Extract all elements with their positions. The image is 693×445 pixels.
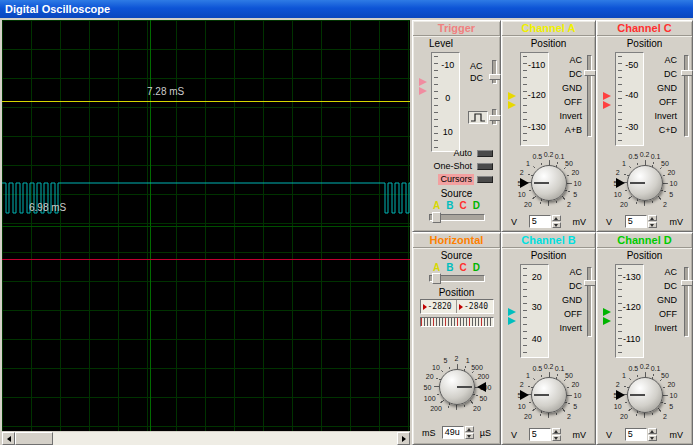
- knob-scale-label: 10: [670, 180, 678, 187]
- trigger-coupling-dc[interactable]: DC: [470, 72, 483, 84]
- channel-c-option-gnd[interactable]: GND: [643, 81, 677, 95]
- edge-slider-thumb[interactable]: [489, 115, 501, 121]
- spin-up-button[interactable]: [648, 428, 657, 434]
- cursors-button[interactable]: [477, 176, 493, 183]
- channel-a-coupling-thumb[interactable]: [584, 70, 596, 76]
- channel-a-value[interactable]: 5: [529, 215, 551, 228]
- channel-a-option-dc[interactable]: DC: [548, 67, 582, 81]
- channel-a-option-ac[interactable]: AC: [548, 53, 582, 67]
- channel-b-value[interactable]: 5: [529, 428, 551, 441]
- pulse-edge-icon: [470, 113, 486, 122]
- channel-b-gain-knob[interactable]: [531, 377, 567, 413]
- spin-down-button[interactable]: [552, 222, 561, 228]
- scrollbar-thumb[interactable]: [15, 432, 53, 445]
- channel-b-coupling-thumb[interactable]: [584, 280, 596, 286]
- one-shot-label: One-Shot: [431, 161, 474, 172]
- channel-b-coupling-slider[interactable]: [587, 267, 592, 337]
- horizontal-value-row: mS 49u µS: [413, 426, 500, 439]
- spin-down-button[interactable]: [648, 222, 657, 228]
- channel-c-position-slider[interactable]: -50 -40 -30: [602, 52, 646, 146]
- channel-c-option-off[interactable]: OFF: [643, 95, 677, 109]
- channel-b-position-slider[interactable]: 20 30 40: [507, 264, 551, 358]
- channel-d-position-handle[interactable]: [603, 308, 611, 325]
- channel-b-value-input[interactable]: 5: [529, 428, 561, 441]
- trigger-level-handle[interactable]: [419, 78, 427, 95]
- channel-b-option-gnd[interactable]: GND: [548, 293, 582, 307]
- channel-c-option-ac[interactable]: AC: [643, 53, 677, 67]
- source-a-label: A: [433, 200, 440, 211]
- spin-up-button[interactable]: [552, 215, 561, 221]
- knob-scale-label: 1: [466, 357, 470, 364]
- channel-b-unit-v: V: [511, 430, 517, 440]
- spin-up-button[interactable]: [465, 426, 474, 432]
- trigger-edge-selector[interactable]: [468, 111, 488, 124]
- channel-c-value[interactable]: 5: [625, 215, 647, 228]
- horizontal-knob-area: 200 100 50 20 10 5 2 1 500 200 100 50 20: [413, 351, 501, 417]
- knob-scale-label: 200: [430, 404, 442, 411]
- channel-c-coupling-thumb[interactable]: [681, 70, 693, 76]
- spin-up-button[interactable]: [552, 428, 561, 434]
- channel-c-position-handle[interactable]: [603, 92, 611, 109]
- channel-d-position-slider[interactable]: -130 -120 -110: [602, 264, 646, 358]
- title-bar[interactable]: Digital Oscilloscope: [0, 0, 693, 18]
- channel-d-option-off[interactable]: OFF: [643, 307, 677, 321]
- channel-b-option-dc[interactable]: DC: [548, 279, 582, 293]
- spin-down-button[interactable]: [648, 435, 657, 441]
- channel-b-option-ac[interactable]: AC: [548, 265, 582, 279]
- scale-label: -110: [623, 334, 640, 344]
- channel-b-position-handle[interactable]: [508, 308, 516, 325]
- trigger-coupling-ac[interactable]: AC: [470, 60, 483, 72]
- spin-up-button[interactable]: [648, 215, 657, 221]
- channel-d-coupling-thumb[interactable]: [681, 280, 693, 286]
- trigger-source-slider[interactable]: [429, 214, 485, 221]
- timebase-knob[interactable]: [439, 369, 475, 405]
- channel-d-option-invert[interactable]: Invert: [643, 321, 677, 335]
- channel-d-value-input[interactable]: 5: [625, 428, 657, 441]
- channel-a-options: AC DC GND OFF Invert A+B: [548, 53, 582, 137]
- knob-scale-label: 0.5: [629, 365, 639, 372]
- channel-b-option-invert[interactable]: Invert: [548, 321, 582, 335]
- channel-c-value-input[interactable]: 5: [625, 215, 657, 228]
- horizontal-position-gauge[interactable]: [420, 317, 494, 327]
- trigger-level-slider[interactable]: -10 0 10: [418, 52, 462, 152]
- timebase-value-input[interactable]: 49u: [442, 426, 474, 439]
- channel-c-coupling-slider[interactable]: [684, 55, 689, 137]
- source-slider-thumb[interactable]: [432, 212, 441, 223]
- source-slider-thumb[interactable]: [432, 273, 441, 284]
- channel-a-option-aplusb[interactable]: A+B: [548, 123, 582, 137]
- scroll-left-button[interactable]: [2, 432, 15, 445]
- timebase-value[interactable]: 49u: [442, 426, 464, 439]
- scope-hscrollbar[interactable]: [2, 432, 410, 445]
- one-shot-button[interactable]: [477, 163, 493, 170]
- channel-d-coupling-slider[interactable]: [684, 267, 689, 337]
- channel-c-option-dc[interactable]: DC: [643, 67, 677, 81]
- channel-b-unit-mv: mV: [572, 430, 586, 440]
- trigger-edge-slider[interactable]: [492, 109, 497, 125]
- cursor-readout-2: 6.98 mS: [29, 202, 66, 213]
- channel-a-option-invert[interactable]: Invert: [548, 109, 582, 123]
- spin-down-button[interactable]: [465, 433, 474, 439]
- channel-a-option-off[interactable]: OFF: [548, 95, 582, 109]
- channel-d-gain-knob[interactable]: [627, 377, 663, 413]
- trigger-coupling-slider[interactable]: [492, 60, 497, 84]
- channel-d-option-ac[interactable]: AC: [643, 265, 677, 279]
- channel-a-position-slider[interactable]: -110 -120 -130: [507, 52, 551, 146]
- channel-a-position-handle[interactable]: [508, 92, 516, 109]
- channel-b-option-off[interactable]: OFF: [548, 307, 582, 321]
- channel-a-value-input[interactable]: 5: [529, 215, 561, 228]
- scroll-right-button[interactable]: [397, 432, 410, 445]
- channel-a-option-gnd[interactable]: GND: [548, 81, 582, 95]
- channel-c-option-invert[interactable]: Invert: [643, 109, 677, 123]
- channel-c-option-cplusd[interactable]: C+D: [643, 123, 677, 137]
- horizontal-source-slider[interactable]: [429, 275, 485, 282]
- channel-a-gain-knob[interactable]: [531, 165, 567, 201]
- auto-button[interactable]: [477, 150, 493, 157]
- channel-a-coupling-slider[interactable]: [587, 55, 592, 137]
- channel-d-option-dc[interactable]: DC: [643, 279, 677, 293]
- channel-d-value[interactable]: 5: [625, 428, 647, 441]
- channel-c-gain-knob[interactable]: [627, 165, 663, 201]
- coupling-slider-thumb[interactable]: [489, 74, 501, 80]
- spin-down-button[interactable]: [552, 435, 561, 441]
- channel-d-option-gnd[interactable]: GND: [643, 293, 677, 307]
- knob-indicator-line: [457, 386, 472, 388]
